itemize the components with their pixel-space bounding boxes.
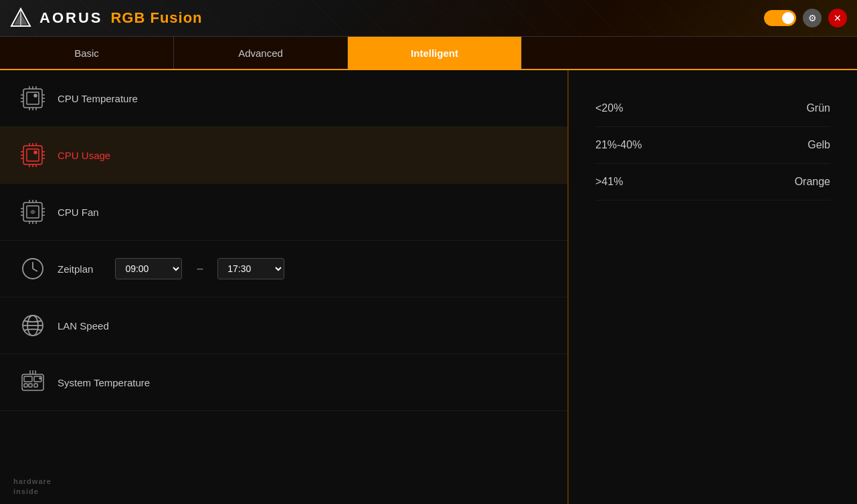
svg-rect-56 xyxy=(24,384,27,387)
sensor-lan-speed[interactable]: LAN Speed xyxy=(0,297,567,354)
svg-rect-3 xyxy=(23,89,42,108)
cpu-usage-label: CPU Usage xyxy=(58,150,110,161)
sensor-cpu-usage[interactable]: CPU Usage xyxy=(0,127,567,184)
zeitplan-icon xyxy=(20,256,45,281)
watermark: hardware inside xyxy=(13,477,52,496)
lan-speed-icon xyxy=(20,313,45,338)
svg-rect-58 xyxy=(34,384,37,387)
sensor-zeitplan: Zeitplan 09:00 09:30 10:00 – 17:30 18:00… xyxy=(0,241,567,297)
power-toggle[interactable] xyxy=(764,10,796,26)
left-panel: CPU Temperature xyxy=(0,70,569,504)
range-label-3: >41% xyxy=(595,176,623,188)
cpu-temperature-icon xyxy=(20,86,45,111)
range-row-3: >41% Orange xyxy=(595,164,830,201)
range-color-1: Grün xyxy=(806,102,830,114)
tab-advanced[interactable]: Advanced xyxy=(174,37,348,69)
aorus-icon xyxy=(10,7,31,29)
logo-area: AORUS RGB Fusion xyxy=(10,7,203,29)
tab-intelligent-label: Intelligent xyxy=(411,47,458,59)
watermark-text: hardware inside xyxy=(13,477,52,496)
svg-rect-57 xyxy=(29,384,32,387)
aorus-logo xyxy=(10,7,31,29)
tab-bar: Basic Advanced Intelligent xyxy=(0,37,857,70)
sensor-cpu-fan[interactable]: CPU Fan xyxy=(0,184,567,241)
title-bar: AORUS RGB Fusion ⚙ ✕ xyxy=(0,0,857,37)
range-label-2: 21%-40% xyxy=(595,139,642,151)
zeitplan-label: Zeitplan xyxy=(58,263,93,275)
svg-rect-19 xyxy=(27,149,39,161)
range-color-3: Orange xyxy=(795,176,830,188)
svg-rect-54 xyxy=(24,376,32,382)
main-content: CPU Temperature xyxy=(0,70,857,504)
cpu-usage-icon xyxy=(20,142,45,168)
tab-advanced-label: Advanced xyxy=(238,47,283,59)
range-label-1: <20% xyxy=(595,102,623,114)
cpu-fan-icon xyxy=(20,199,45,225)
sensor-system-temperature[interactable]: System Temperature xyxy=(0,354,567,411)
svg-rect-4 xyxy=(27,92,39,104)
svg-point-59 xyxy=(39,378,41,379)
system-temperature-icon xyxy=(20,370,45,395)
range-row-2: 21%-40% Gelb xyxy=(595,127,830,164)
svg-rect-18 xyxy=(23,146,42,164)
zeitplan-start-time[interactable]: 09:00 09:30 10:00 xyxy=(115,258,182,279)
range-row-1: <20% Grün xyxy=(595,90,830,127)
tab-basic[interactable]: Basic xyxy=(0,37,174,69)
right-panel: <20% Grün 21%-40% Gelb >41% Orange xyxy=(569,70,857,504)
title-controls: ⚙ ✕ xyxy=(764,9,847,27)
tab-intelligent[interactable]: Intelligent xyxy=(348,37,522,69)
tab-basic-label: Basic xyxy=(74,47,99,59)
close-button[interactable]: ✕ xyxy=(828,9,847,27)
time-separator: – xyxy=(197,263,203,275)
lan-speed-label: LAN Speed xyxy=(58,320,109,332)
sensor-cpu-temperature[interactable]: CPU Temperature xyxy=(0,70,567,127)
svg-line-49 xyxy=(33,269,37,271)
svg-point-17 xyxy=(34,94,37,97)
settings-button[interactable]: ⚙ xyxy=(803,9,822,27)
system-temperature-label: System Temperature xyxy=(58,377,150,388)
range-color-2: Gelb xyxy=(807,139,830,151)
svg-point-32 xyxy=(34,151,37,154)
brand-name: AORUS xyxy=(39,9,102,27)
zeitplan-end-time[interactable]: 17:30 18:00 18:30 xyxy=(217,258,284,279)
app-title: RGB Fusion xyxy=(110,9,202,27)
cpu-fan-label: CPU Fan xyxy=(58,207,99,218)
cpu-temperature-label: CPU Temperature xyxy=(58,93,138,104)
